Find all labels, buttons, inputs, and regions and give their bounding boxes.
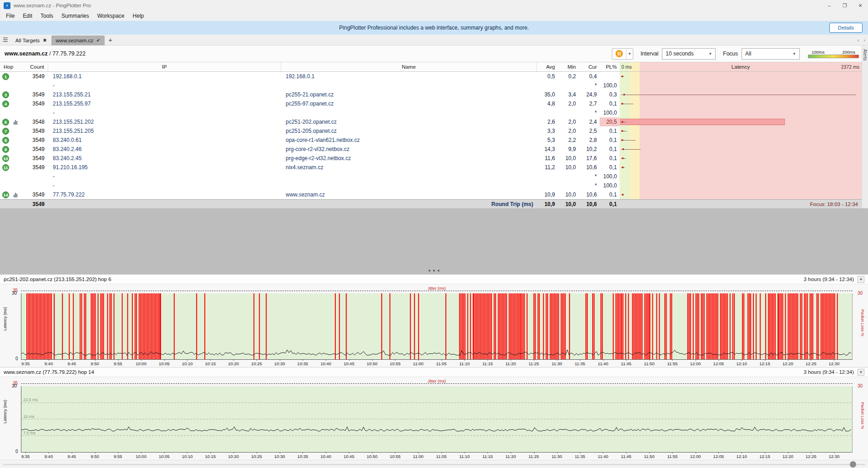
latency-scale-max: 2372 ms xyxy=(841,64,859,70)
jitter-label: Jitter (ms) xyxy=(428,286,446,291)
workspace-background xyxy=(0,208,868,274)
hop-cell: 10 xyxy=(0,154,14,163)
scrollbar-thumb[interactable] xyxy=(850,461,856,468)
hop-cell: 6 xyxy=(0,117,14,126)
pause-dropdown-arrow[interactable]: ▼ xyxy=(626,49,633,59)
close-button[interactable]: ✕ xyxy=(853,0,868,11)
latency-plot[interactable]: 22,5 ms15 ms7,5 ms xyxy=(21,386,853,453)
hop-row-4[interactable]: 43549213.155.255.97pc255-97.opanet.cz4,8… xyxy=(0,99,862,108)
pl-cell: 100,0 xyxy=(600,108,620,117)
pause-button[interactable] xyxy=(612,49,626,59)
name-cell xyxy=(281,81,537,90)
menu-tools[interactable]: Tools xyxy=(36,12,57,20)
avg-cell xyxy=(537,108,558,117)
focus-label: Focus xyxy=(723,50,738,57)
icon-cell xyxy=(14,108,23,117)
y-tick-30: 30 xyxy=(12,291,17,296)
minimize-button[interactable]: – xyxy=(822,0,837,11)
cur-cell: 10,6 xyxy=(579,163,600,172)
timeout-row[interactable]: -*100,0 xyxy=(0,81,862,90)
hop-row-8[interactable]: 8354983.240.0.61opa-core-r1-vlan621.netb… xyxy=(0,136,862,145)
timeout-row[interactable]: -*100,0 xyxy=(0,181,862,190)
tab-scroll-left-icon[interactable]: ‹ xyxy=(858,37,859,43)
alerts-panel-tab[interactable]: Alerts xyxy=(862,45,868,208)
graph-options-button[interactable]: ▼ xyxy=(858,276,864,283)
packet-loss-bar xyxy=(620,119,785,125)
latency-color-legend: 100ms 200ms xyxy=(808,50,859,58)
timeout-row[interactable]: -*100,0 xyxy=(0,172,862,181)
interval-select[interactable]: 10 seconds ▼ xyxy=(662,48,716,60)
cur-cell: 0,4 xyxy=(579,72,600,81)
x-tick-label: 11:05 xyxy=(436,454,447,459)
header-ip[interactable]: IP xyxy=(48,62,281,71)
menu-summaries[interactable]: Summaries xyxy=(57,12,93,20)
x-tick-label: 10:00 xyxy=(136,361,146,366)
header-cur[interactable]: Cur xyxy=(579,62,600,71)
splitter-handle[interactable] xyxy=(424,268,444,273)
header-pl[interactable]: PL% xyxy=(600,62,620,71)
x-tick-label: 10:40 xyxy=(320,361,331,366)
legend-low-label: 100ms xyxy=(812,50,825,55)
maximize-button[interactable]: ❐ xyxy=(837,0,853,11)
pause-icon xyxy=(616,50,623,57)
y-axis-label: Latency (ms) xyxy=(3,307,7,331)
tab-all-targets[interactable]: All Targets ✖ xyxy=(11,35,51,45)
hop-row-10[interactable]: 10354983.240.2.45prg-edge-r2-vl32.netbox… xyxy=(0,154,862,163)
tab-label: www.seznam.cz xyxy=(56,38,93,43)
x-tick-label: 11:00 xyxy=(413,361,424,366)
header-latency[interactable]: 0 ms Latency 2372 ms xyxy=(620,62,862,71)
round-trip-row[interactable]: 3549 Round Trip (ms) 10,9 10,0 10,6 0,1 … xyxy=(0,199,862,208)
horizontal-scrollbar[interactable] xyxy=(0,460,868,468)
menu-file[interactable]: File xyxy=(2,12,19,20)
hop-row-9[interactable]: 9354983.240.2.46prg-core-r2-vl32.netbox.… xyxy=(0,145,862,154)
details-button[interactable]: Details xyxy=(829,23,863,33)
menu-edit[interactable]: Edit xyxy=(19,12,36,20)
ip-cell: - xyxy=(48,172,281,181)
new-target-tab-button[interactable]: + xyxy=(105,36,116,44)
count-cell: 3549 xyxy=(23,72,48,81)
latency-plot[interactable] xyxy=(21,293,853,360)
promo-text: PingPlotter Professional includes a web … xyxy=(339,25,529,31)
tab-target-seznam[interactable]: www.seznam.cz ✔ xyxy=(51,35,105,45)
focus-value: All xyxy=(745,50,751,57)
timeout-row[interactable]: -*100,0 xyxy=(0,108,862,117)
menu-help[interactable]: Help xyxy=(129,12,148,20)
min-cell: 2,0 xyxy=(558,117,579,126)
cur-cell: 2,5 xyxy=(579,126,600,136)
hop-row-14[interactable]: 14354977.75.79.222www.seznam.cz10,910,01… xyxy=(0,190,862,199)
hop-row-6[interactable]: 63548213.155.251.202pc251-202.opanet.cz2… xyxy=(0,117,862,126)
graph-options-button[interactable]: ▼ xyxy=(858,369,864,376)
x-tick-label: 12:20 xyxy=(782,361,793,366)
scrollbar-track[interactable] xyxy=(3,464,865,465)
tab-scroll-right-icon[interactable]: › xyxy=(863,37,865,43)
tab-close-icon[interactable]: ✖ xyxy=(43,38,46,43)
target-controls-row: www.seznam.cz / 77.75.79.222 ▼ Interval … xyxy=(0,45,868,62)
header-hop[interactable]: Hop xyxy=(0,62,23,71)
pl-cell: 0,1 xyxy=(600,126,620,136)
menu-workspace[interactable]: Workspace xyxy=(93,12,129,20)
hop-cell xyxy=(0,81,14,90)
header-count[interactable]: Count xyxy=(23,62,48,71)
tab-label: All Targets xyxy=(15,38,40,43)
hop-row-1[interactable]: 13549192.168.0.1192.168.0.10,50,20,4 xyxy=(0,72,862,81)
latency-cell xyxy=(620,90,862,99)
latency-marker xyxy=(623,94,625,96)
hop-table-body: 13549192.168.0.1192.168.0.10,50,20,4-*10… xyxy=(0,72,862,199)
header-avg[interactable]: Avg xyxy=(537,62,558,71)
focus-select[interactable]: All ▼ xyxy=(742,48,800,60)
hop-row-3[interactable]: 33549213.155.255.21pc255-21.opanet.cz35,… xyxy=(0,90,862,99)
x-tick-label: 11:25 xyxy=(529,454,539,459)
avg-cell: 10,9 xyxy=(537,190,558,199)
min-cell: 0,2 xyxy=(558,72,579,81)
hop-row-11[interactable]: 11354991.210.16.195nix4.seznam.cz11,210,… xyxy=(0,163,862,172)
x-tick-label: 10:15 xyxy=(205,361,216,366)
name-cell: prg-core-r2-vl32.netbox.cz xyxy=(281,145,537,154)
min-cell xyxy=(558,172,579,181)
x-tick-label: 10:45 xyxy=(343,454,354,459)
targets-menu-icon[interactable]: ☰ xyxy=(3,36,8,43)
tab-scroll-arrows: ‹ › xyxy=(858,37,865,43)
header-name[interactable]: Name xyxy=(281,62,537,71)
header-min[interactable]: Min xyxy=(558,62,579,71)
latency-marker xyxy=(621,130,623,132)
hop-row-7[interactable]: 73549213.155.251.205pc251-205.opanet.cz3… xyxy=(0,126,862,136)
